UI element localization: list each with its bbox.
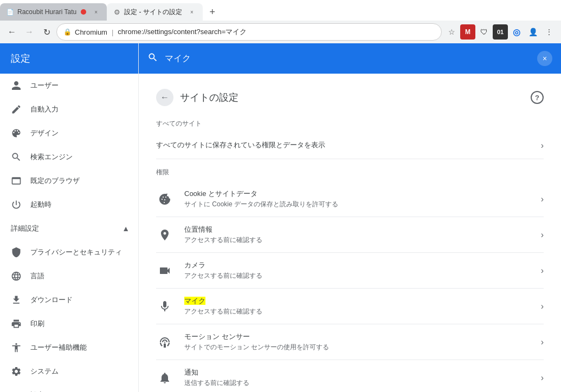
permission-motion[interactable]: モーション センサー サイトでのモーション センサーの使用を許可する ›: [156, 324, 544, 360]
profile-button[interactable]: 👤: [525, 24, 540, 40]
sidebar-item-user[interactable]: ユーザー: [0, 74, 138, 97]
settings-container: 設定 ユーザー 自動入力 デザイン 検索エンジン: [0, 43, 561, 392]
sidebar-search-label: 検索エンジン: [30, 152, 73, 162]
motion-content: モーション センサー サイトでのモーション センサーの使用を許可する: [184, 332, 530, 352]
sidebar-item-startup[interactable]: 起動時: [0, 193, 138, 217]
sidebar-advanced-label: 詳細設定: [11, 224, 39, 233]
menu-button[interactable]: ⋮: [541, 24, 557, 40]
search-clear-button[interactable]: ×: [537, 51, 552, 66]
sidebar-language-label: 言語: [30, 271, 44, 281]
permission-notify[interactable]: 通知 送信する前に確認する ›: [156, 360, 544, 392]
tab1-favicon: [7, 8, 14, 16]
notify-title: 通知: [184, 368, 530, 377]
back-button[interactable]: ←: [4, 24, 20, 40]
tab-inactive[interactable]: Racoubit Hurari Tatu ×: [0, 3, 107, 21]
search-bar: ×: [139, 43, 561, 74]
address-url: chrome://settings/content?search=マイク: [118, 27, 247, 37]
page-header: ← サイトの設定 ?: [156, 82, 544, 110]
permission-mic[interactable]: マイク アクセスする前に確認する ›: [156, 289, 544, 324]
sidebar-advanced-toggle[interactable]: 詳細設定 ▲: [0, 217, 138, 240]
cookie-title: Cookie とサイトデータ: [184, 189, 530, 199]
cookie-arrow: ›: [541, 194, 544, 204]
refresh-button[interactable]: ↻: [39, 24, 54, 40]
extension3-button[interactable]: 01: [493, 24, 508, 40]
sidebar-item-accessibility[interactable]: ユーザー補助機能: [0, 336, 138, 360]
main-content: × ← サイトの設定 ? すべてのサイト すべてのサイトに保存されている権限とデ…: [139, 43, 561, 392]
sidebar-item-download[interactable]: ダウンロード: [0, 288, 138, 312]
all-sites-section-label: すべてのサイト: [156, 110, 544, 133]
camera-icon: [156, 262, 173, 279]
back-button[interactable]: ←: [156, 89, 173, 106]
location-arrow: ›: [541, 230, 544, 240]
print-icon: [11, 318, 22, 329]
sidebar-item-autofill[interactable]: 自動入力: [0, 97, 138, 121]
address-bar[interactable]: 🔒 Chromium | chrome://settings/content?s…: [56, 23, 442, 41]
sidebar-user-label: ユーザー: [30, 81, 59, 90]
permissions-section-label: 権限: [156, 159, 544, 181]
recording-indicator: [81, 9, 86, 15]
address-separator: |: [112, 28, 113, 36]
tab2-title: 設定 - サイトの設定: [124, 8, 182, 17]
bookmark-button[interactable]: ☆: [444, 24, 459, 40]
all-sites-item-content: すべてのサイトに保存されている権限とデータを表示: [156, 140, 530, 151]
notify-desc: 送信する前に確認する: [184, 378, 530, 388]
extension1-button[interactable]: M: [460, 24, 475, 40]
notify-content: 通知 送信する前に確認する: [184, 368, 530, 388]
cookie-content: Cookie とサイトデータ サイトに Cookie データの保存と読み取りを許…: [184, 189, 530, 209]
cookie-icon: [156, 191, 173, 208]
navigation-bar: ← → ↻ 🔒 Chromium | chrome://settings/con…: [0, 21, 561, 43]
sidebar-accessibility-label: ユーザー補助機能: [30, 343, 87, 352]
sidebar-item-browser[interactable]: 既定のブラウザ: [0, 169, 138, 193]
all-sites-arrow: ›: [541, 141, 544, 151]
sidebar-item-privacy[interactable]: プライバシーとセキュリティ: [0, 240, 138, 264]
help-button[interactable]: ?: [531, 91, 544, 104]
extension4-button[interactable]: ◎: [509, 24, 524, 40]
sidebar: 設定 ユーザー 自動入力 デザイン 検索エンジン: [0, 43, 139, 392]
sidebar-item-search[interactable]: 検索エンジン: [0, 145, 138, 169]
location-icon: [156, 226, 173, 244]
sidebar-item-design[interactable]: デザイン: [0, 121, 138, 145]
location-content: 位置情報 アクセスする前に確認する: [184, 225, 530, 245]
mic-desc: アクセスする前に確認する: [184, 307, 530, 316]
startup-icon: [11, 199, 22, 210]
forward-button[interactable]: →: [22, 24, 37, 40]
sidebar-item-system[interactable]: システム: [0, 360, 138, 383]
camera-title: カメラ: [184, 260, 530, 270]
security-icon: 🔒: [63, 28, 72, 36]
sidebar-privacy-label: プライバシーとセキュリティ: [30, 247, 122, 257]
sidebar-startup-label: 起動時: [30, 200, 51, 210]
browser-chrome: Racoubit Hurari Tatu × 設定 - サイトの設定 × + ←…: [0, 0, 561, 43]
tab-active[interactable]: 設定 - サイトの設定 ×: [107, 3, 203, 21]
sidebar-print-label: 印刷: [30, 319, 44, 329]
sidebar-item-print[interactable]: 印刷: [0, 312, 138, 336]
new-tab-button[interactable]: +: [205, 4, 220, 19]
mic-title: マイク: [184, 296, 530, 306]
camera-desc: アクセスする前に確認する: [184, 271, 530, 280]
motion-title: モーション センサー: [184, 332, 530, 342]
mic-icon: [156, 298, 173, 315]
tab1-close[interactable]: ×: [92, 8, 100, 16]
cookie-desc: サイトに Cookie データの保存と読み取りを許可する: [184, 200, 530, 209]
tab2-close[interactable]: ×: [188, 8, 196, 16]
search-input[interactable]: [165, 54, 531, 63]
sidebar-item-language[interactable]: 言語: [0, 264, 138, 288]
content-area: ← サイトの設定 ? すべてのサイト すべてのサイトに保存されている権限とデータ…: [139, 74, 561, 392]
sidebar-item-reset[interactable]: 設定のリセット: [0, 383, 138, 392]
all-sites-item[interactable]: すべてのサイトに保存されている権限とデータを表示 ›: [156, 133, 544, 159]
permission-cookie[interactable]: Cookie とサイトデータ サイトに Cookie データの保存と読み取りを許…: [156, 181, 544, 217]
sidebar-system-label: システム: [30, 367, 59, 376]
motion-icon: [156, 334, 173, 351]
reset-icon: [11, 390, 22, 392]
autofill-icon: [11, 104, 22, 115]
page-header-left: ← サイトの設定: [156, 89, 238, 106]
mic-arrow: ›: [541, 302, 544, 311]
download-icon: [11, 295, 22, 305]
mic-content: マイク アクセスする前に確認する: [184, 296, 530, 316]
sidebar-design-label: デザイン: [30, 128, 59, 138]
extension2-button[interactable]: 🛡: [476, 24, 492, 40]
camera-arrow: ›: [541, 266, 544, 276]
tab-bar: Racoubit Hurari Tatu × 設定 - サイトの設定 × +: [0, 0, 561, 21]
permission-camera[interactable]: カメラ アクセスする前に確認する ›: [156, 253, 544, 289]
sidebar-autofill-label: 自動入力: [30, 104, 59, 114]
permission-location[interactable]: 位置情報 アクセスする前に確認する ›: [156, 217, 544, 253]
